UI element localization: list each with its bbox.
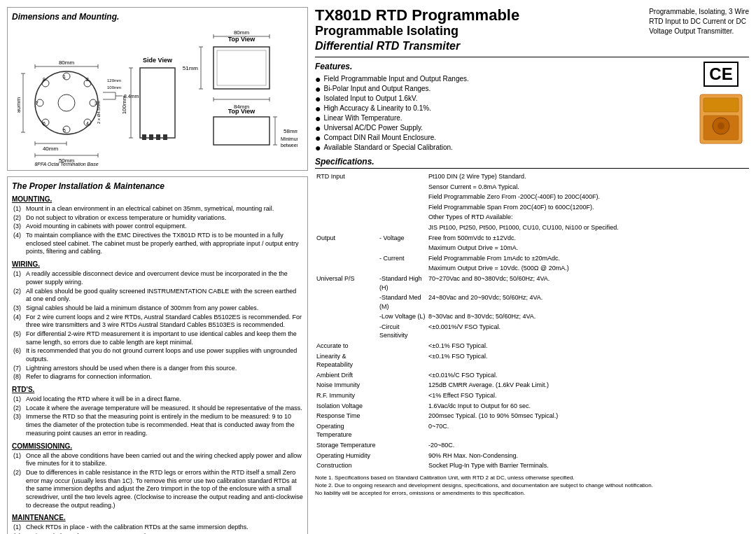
features-title: Features. [315, 62, 686, 71]
svg-text:4: 4 [86, 121, 89, 126]
list-text: Do not subject to vibration or excess te… [26, 214, 226, 223]
list-num: (5) [13, 330, 23, 346]
list-text: Avoid mounting in cabinets with power co… [26, 223, 186, 231]
spec-value: 1.6Vac/dc Input to Output for 60 sec. [427, 401, 749, 412]
spec-value: <±0.01%/C FSO Typical. [427, 370, 749, 381]
list-item: (2)Locate it where the average temperatu… [13, 405, 303, 413]
list-item: (2)Due to differences in cable resistanc… [13, 469, 303, 510]
wiring-heading: WIRING. [12, 260, 303, 268]
spec-sublabel [378, 401, 427, 412]
spec-value: 0~70C. [427, 421, 749, 440]
list-item: (2)All cables should be good quality scr… [13, 288, 303, 304]
spec-value: Socket Plug-In Type with Barrier Termina… [427, 461, 749, 471]
note-item: No liability will be accepted for errors… [315, 489, 749, 497]
list-item: (2)Do not subject to vibration or excess… [13, 214, 303, 223]
spec-label: Operating Humidity [315, 451, 378, 461]
bullet: ● [315, 113, 321, 123]
svg-text:between units.: between units. [281, 143, 298, 148]
spec-value: Sensor Current = 0.8mA Typical. [427, 182, 749, 192]
list-item: (1)Check RTDs in place - with the calibr… [13, 524, 303, 532]
spec-sublabel [378, 351, 427, 370]
list-num: (3) [13, 304, 23, 313]
list-num: (2) [13, 405, 23, 413]
spec-row: -Low Voltage (L)8~30Vac and 8~30Vdc; 50/… [315, 311, 749, 322]
product-header: TX801D RTD Programmable Programmable Iso… [315, 7, 749, 57]
list-num: (2) [13, 214, 23, 223]
dimensions-diagram: 1 2 3 4 5 6 7 8 80mm [18, 26, 298, 166]
spec-value: <1% Effect FSO Typical. [427, 391, 749, 401]
feature-item: ●Available Standard or Special Calibrati… [315, 143, 686, 153]
svg-text:51mm: 51mm [183, 65, 199, 71]
list-text: Immerse the RTD so that the measuring po… [26, 413, 303, 437]
tagline-line2: RTD Input to DC Current or DC [649, 17, 749, 27]
spec-sublabel [378, 212, 427, 223]
feature-text: Linear With Temperature. [323, 113, 402, 123]
list-num: (3) [13, 413, 23, 437]
svg-text:Minimum distance: Minimum distance [281, 136, 298, 141]
spec-value: <±0.1% FSO Typical. [427, 351, 749, 370]
list-item: (4)For 2 wire current loops and 2 wire R… [13, 314, 303, 330]
ce-mark: CE [704, 62, 738, 87]
spec-label: Operating Temperature [315, 421, 378, 440]
svg-text:Top View: Top View [228, 36, 256, 43]
spec-row: Noise Immunity125dB CMRR Average. (1.6kV… [315, 380, 749, 391]
spec-sublabel: - Voltage [378, 233, 427, 244]
spec-label [315, 253, 378, 264]
spec-label: R.F. Immunity [315, 391, 378, 401]
list-text: Avoid locating the RTD where it will be … [26, 395, 181, 404]
spec-sublabel [378, 341, 427, 351]
bullet: ● [315, 94, 321, 104]
list-text: All cables should be good quality screen… [26, 288, 303, 304]
spec-label [315, 322, 378, 341]
rtds-list: (1)Avoid locating the RTD where it will … [12, 395, 303, 437]
spec-label: Output [315, 233, 378, 244]
feature-text: Compact DIN Rail Mount Enclosure. [323, 133, 436, 143]
svg-text:80mm: 80mm [234, 29, 250, 36]
list-text: Locate it where the average temperature … [26, 405, 302, 413]
spec-label: Linearity & Repeatability [315, 351, 378, 370]
maintenance-list: (1)Check RTDs in place - with the calibr… [12, 524, 303, 534]
product-title-area: TX801D RTD Programmable Programmable Iso… [315, 7, 642, 52]
spec-row: -Standard Med (M)24~80Vac and 20~90Vdc; … [315, 293, 749, 311]
spec-label [315, 192, 378, 202]
spec-label [315, 311, 378, 322]
list-item: (3)Immerse the RTD so that the measuring… [13, 413, 303, 437]
commissioning-list: (1)Once all the above conditions have be… [12, 452, 303, 510]
spec-row: Isolation Voltage1.6Vac/dc Input to Outp… [315, 401, 749, 412]
notes-area: Note 1. Specifications based on Standard… [315, 474, 749, 498]
list-num: (3) [13, 223, 23, 231]
spec-row: Sensor Current = 0.8mA Typical. [315, 182, 749, 192]
svg-rect-46 [156, 134, 160, 140]
spec-label [315, 243, 378, 253]
wiring-list: (1)A readily accessible disconnect devic… [12, 270, 303, 381]
feature-item: ●Isolated Input to Output 1.6kV. [315, 94, 686, 104]
maintenance-heading: MAINTENANCE. [12, 514, 303, 521]
svg-text:8: 8 [43, 77, 46, 82]
spec-sublabel [378, 182, 427, 192]
features-section: Features. ●Field Programmable Input and … [315, 62, 749, 153]
list-num: (1) [13, 270, 23, 286]
list-item: (3)Avoid mounting in cabinets with power… [13, 223, 303, 231]
list-text: Lightning arrestors should be used when … [26, 365, 237, 373]
spec-row: Universal P/S-Standard High (H)70~270Vac… [315, 274, 749, 293]
left-column: Dimensions and Mounting. [7, 7, 308, 534]
feature-item: ●Compact DIN Rail Mount Enclosure. [315, 133, 686, 143]
spec-label: Universal P/S [315, 274, 378, 293]
spec-value: 200msec Typical. (10 to 90% 50msec Typic… [427, 411, 749, 421]
features-list-area: Features. ●Field Programmable Input and … [315, 62, 686, 153]
list-item: (4)To maintain compliance with the EMC D… [13, 232, 303, 256]
list-item: (5)For differential 2-wire RTD measureme… [13, 330, 303, 346]
spec-row: Operating Temperature0~70C. [315, 421, 749, 440]
list-num: (2) [13, 469, 23, 510]
spec-sublabel: -Standard Med (M) [378, 293, 427, 311]
product-main-title: TX801D RTD Programmable [315, 7, 642, 24]
svg-rect-68 [214, 117, 270, 145]
spec-sublabel [378, 202, 427, 213]
spec-value: Field Programmable Span From 20C(40F) to… [427, 202, 749, 213]
svg-rect-43 [140, 68, 175, 138]
spec-sublabel: -Standard High (H) [378, 274, 427, 293]
list-item: (8)Refer to diagrams for connection info… [13, 373, 303, 381]
product-sub-title: Programmable Isolating [315, 24, 642, 39]
features-container: ●Field Programmable Input and Output Ran… [315, 74, 686, 153]
bullet: ● [315, 74, 321, 84]
